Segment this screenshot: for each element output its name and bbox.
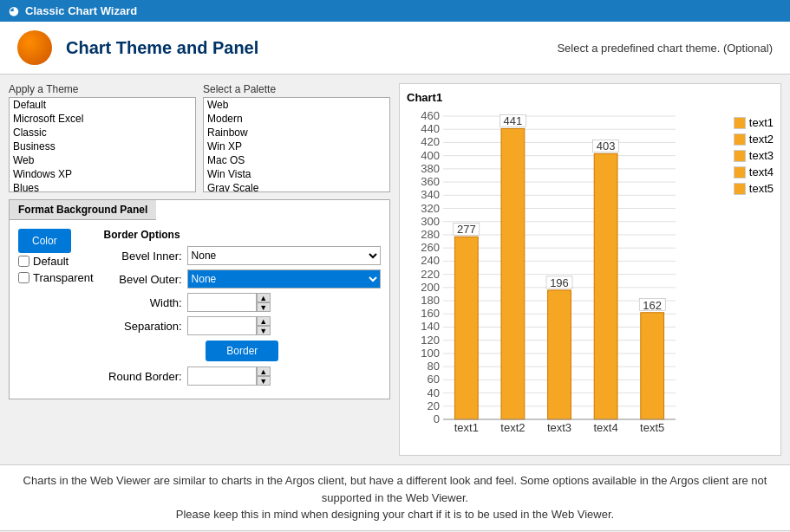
palette-label: Select a Palette: [203, 83, 390, 95]
round-border-input[interactable]: 0: [187, 367, 257, 386]
round-border-spinner: 0 ▲ ▼: [187, 367, 271, 386]
svg-text:162: 162: [643, 299, 662, 312]
theme-list-item[interactable]: Default: [10, 98, 195, 112]
svg-rect-64: [641, 313, 664, 419]
svg-text:420: 420: [421, 135, 440, 148]
svg-text:text5: text5: [640, 421, 664, 434]
color-button[interactable]: Color: [18, 229, 71, 253]
chart-canvas-wrap: 0204060801001201401601802002202402602803…: [407, 107, 774, 448]
svg-text:140: 140: [421, 320, 440, 333]
chart-title: Chart1: [407, 91, 774, 104]
svg-rect-52: [501, 128, 525, 419]
width-down-btn[interactable]: ▼: [257, 302, 271, 312]
left-panel: Apply a Theme DefaultMicrosoft ExcelClas…: [9, 83, 390, 456]
svg-text:460: 460: [421, 109, 440, 122]
round-border-down-btn[interactable]: ▼: [257, 376, 271, 386]
width-spinner: 1 ▲ ▼: [187, 293, 271, 312]
border-btn-row: Border: [104, 341, 381, 361]
chart-area: Chart1 020406080100120140160180200220240…: [399, 83, 781, 456]
svg-text:120: 120: [421, 334, 440, 347]
svg-text:340: 340: [421, 188, 440, 201]
round-border-up-btn[interactable]: ▲: [257, 367, 271, 376]
palette-list-item[interactable]: Win Vista: [204, 167, 389, 181]
legend-label: text2: [749, 133, 774, 146]
palette-list-item[interactable]: Win XP: [204, 139, 389, 153]
width-spinner-btns: ▲ ▼: [257, 293, 271, 312]
svg-text:20: 20: [428, 399, 440, 412]
svg-text:text3: text3: [547, 421, 571, 434]
legend-swatch: [734, 133, 746, 146]
width-input[interactable]: 1: [187, 293, 257, 312]
theme-list-item[interactable]: Classic: [10, 126, 195, 139]
color-section: Color Default Transparent: [18, 229, 94, 390]
legend-label: text5: [749, 182, 774, 195]
width-row: Width: 1 ▲ ▼: [104, 293, 381, 312]
default-checkbox[interactable]: [18, 256, 29, 267]
bevel-inner-select[interactable]: None: [187, 246, 381, 265]
theme-list-item[interactable]: Windows XP: [10, 167, 195, 181]
separation-up-btn[interactable]: ▲: [257, 316, 271, 326]
width-up-btn[interactable]: ▲: [257, 293, 271, 302]
title-bar: ◕ Classic Chart Wizard: [0, 0, 790, 22]
format-panel-tab: Format Background Panel: [10, 200, 156, 220]
separation-label: Separation:: [104, 320, 182, 333]
svg-text:200: 200: [421, 281, 440, 294]
bevel-outer-select[interactable]: None: [187, 269, 381, 289]
legend-item: text4: [734, 165, 774, 178]
bevel-outer-row: Bevel Outer: None: [104, 269, 381, 289]
top-lists: Apply a Theme DefaultMicrosoft ExcelClas…: [9, 83, 390, 192]
theme-listbox[interactable]: DefaultMicrosoft ExcelClassicBusinessWeb…: [9, 97, 196, 192]
border-button[interactable]: Border: [206, 341, 278, 361]
legend-item: text1: [734, 116, 774, 129]
footer-note: Charts in the Web Viewer are similar to …: [0, 464, 790, 530]
transparent-label: Transparent: [33, 271, 94, 284]
transparent-checkbox[interactable]: [18, 272, 29, 283]
theme-list-item[interactable]: Blues: [10, 181, 195, 192]
legend-item: text5: [734, 182, 774, 195]
round-border-label: Round Border:: [104, 370, 182, 383]
svg-text:0: 0: [434, 412, 440, 425]
svg-text:403: 403: [597, 139, 616, 152]
palette-list-item[interactable]: Gray Scale: [204, 181, 389, 192]
palette-section: Select a Palette WebModernRainbowWin XPM…: [203, 83, 390, 192]
default-checkbox-row: Default: [18, 255, 94, 268]
transparent-checkbox-row: Transparent: [18, 271, 94, 284]
legend-item: text3: [734, 149, 774, 162]
header: Chart Theme and Panel Select a predefine…: [0, 22, 790, 75]
svg-text:40: 40: [428, 386, 440, 399]
svg-text:100: 100: [421, 347, 440, 360]
header-subtitle: Select a predefined chart theme. (Option…: [557, 42, 773, 55]
svg-text:380: 380: [421, 162, 440, 175]
bevel-outer-label: Bevel Outer:: [104, 273, 182, 286]
palette-list-item[interactable]: Rainbow: [204, 126, 389, 139]
svg-text:180: 180: [421, 294, 440, 307]
palette-listbox[interactable]: WebModernRainbowWin XPMac OSWin VistaGra…: [203, 97, 390, 192]
separation-down-btn[interactable]: ▼: [257, 326, 271, 335]
svg-text:240: 240: [421, 254, 440, 267]
legend-label: text4: [749, 165, 774, 178]
separation-input[interactable]: 0: [187, 316, 257, 335]
border-options: Border Options Bevel Inner: None Bevel O…: [104, 229, 381, 390]
title-bar-label: Classic Chart Wizard: [25, 4, 137, 17]
checkboxes: Default Transparent: [18, 255, 94, 284]
theme-list-item[interactable]: Microsoft Excel: [10, 112, 195, 126]
theme-list-item[interactable]: Business: [10, 139, 195, 153]
svg-rect-48: [454, 237, 478, 419]
svg-text:277: 277: [457, 223, 476, 236]
theme-list-item[interactable]: Web: [10, 153, 195, 167]
bevel-inner-label: Bevel Inner:: [104, 250, 182, 263]
legend-label: text1: [749, 116, 774, 129]
palette-list-item[interactable]: Mac OS: [204, 153, 389, 167]
palette-list-item[interactable]: Web: [204, 98, 389, 112]
theme-section: Apply a Theme DefaultMicrosoft ExcelClas…: [9, 83, 196, 192]
svg-rect-56: [548, 290, 571, 419]
svg-text:text4: text4: [594, 421, 618, 434]
svg-text:280: 280: [421, 228, 440, 241]
legend-item: text2: [734, 133, 774, 146]
theme-list: DefaultMicrosoft ExcelClassicBusinessWeb…: [10, 98, 195, 192]
svg-text:text1: text1: [454, 421, 479, 434]
main-content: Apply a Theme DefaultMicrosoft ExcelClas…: [0, 75, 790, 464]
palette-list-item[interactable]: Modern: [204, 112, 389, 126]
svg-rect-60: [594, 153, 617, 419]
legend-swatch: [734, 183, 746, 195]
